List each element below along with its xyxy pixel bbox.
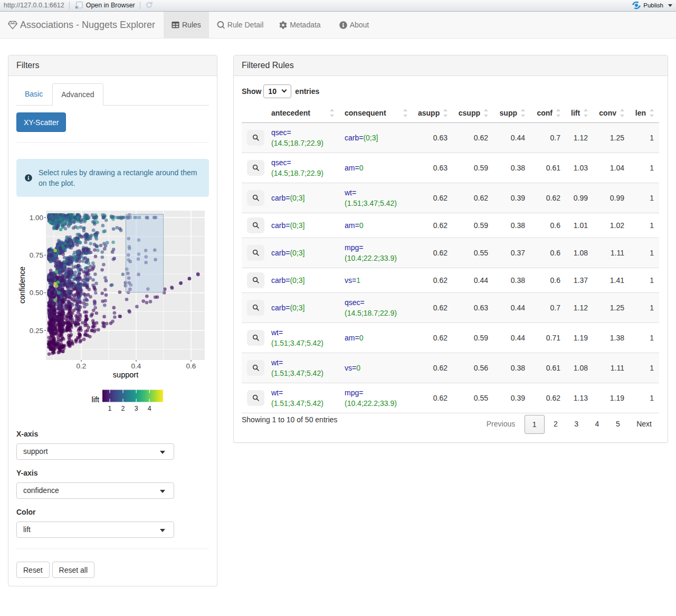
svg-text:0.50: 0.50: [30, 289, 43, 297]
svg-text:0.4: 0.4: [131, 362, 141, 370]
svg-text:0.75: 0.75: [30, 251, 43, 259]
svg-text:0.2: 0.2: [77, 362, 87, 370]
svg-text:3: 3: [135, 405, 138, 412]
svg-text:4: 4: [148, 405, 151, 412]
svg-text:confidence: confidence: [18, 267, 26, 304]
svg-text:1.00: 1.00: [30, 214, 43, 222]
svg-text:2: 2: [121, 405, 125, 412]
svg-text:0.6: 0.6: [186, 362, 196, 370]
svg-text:0.25: 0.25: [30, 327, 43, 335]
svg-text:lift: lift: [92, 395, 100, 404]
svg-text:1: 1: [108, 405, 112, 412]
svg-text:support: support: [113, 371, 138, 379]
